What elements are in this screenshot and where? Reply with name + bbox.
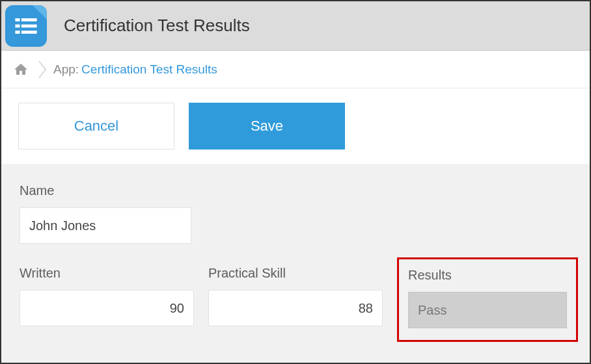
- name-label: Name: [20, 183, 191, 198]
- save-button[interactable]: Save: [189, 103, 345, 150]
- svg-rect-3: [21, 24, 37, 27]
- app-list-icon: [5, 5, 47, 47]
- svg-rect-1: [21, 18, 37, 21]
- svg-rect-5: [21, 31, 37, 34]
- breadcrumb: App: Certification Test Results: [1, 51, 590, 88]
- app-header: Certification Test Results: [1, 1, 590, 51]
- results-highlight: Results Pass: [397, 257, 578, 342]
- action-bar: Cancel Save: [1, 88, 590, 164]
- written-label: Written: [20, 266, 194, 281]
- practical-input[interactable]: [208, 290, 383, 326]
- svg-rect-4: [15, 31, 20, 34]
- breadcrumb-app-link[interactable]: Certification Test Results: [81, 62, 217, 77]
- form-panel: Name Written Practical Skill Results Pas…: [1, 164, 590, 363]
- svg-rect-0: [15, 18, 20, 21]
- cancel-button[interactable]: Cancel: [18, 103, 174, 150]
- results-label: Results: [408, 268, 567, 283]
- written-input[interactable]: [20, 290, 194, 326]
- breadcrumb-app-label: App:: [53, 62, 79, 77]
- practical-label: Practical Skill: [208, 266, 383, 281]
- list-card-icon: [14, 14, 38, 38]
- name-input[interactable]: [20, 207, 191, 244]
- results-value: Pass: [408, 292, 567, 328]
- svg-rect-2: [15, 24, 20, 27]
- chevron-right-icon: [38, 60, 48, 79]
- home-icon[interactable]: [13, 62, 29, 77]
- page-title: Certification Test Results: [64, 16, 250, 36]
